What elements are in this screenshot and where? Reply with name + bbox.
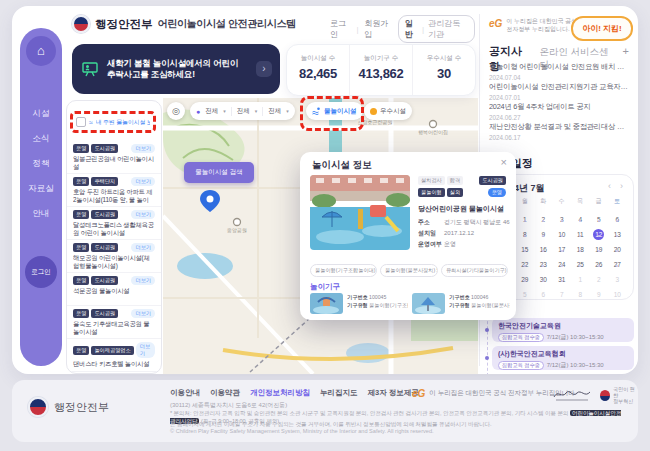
calendar-day[interactable]: 3 [553, 208, 572, 223]
calendar-day[interactable]: 31 [553, 268, 572, 283]
calendar-day[interactable]: 9 [590, 283, 609, 298]
calendar-day[interactable]: 9 [534, 223, 553, 238]
user-type-admin[interactable]: 관리감독기관 [428, 18, 468, 40]
calendar-day[interactable]: 10 [553, 223, 572, 238]
facility-name: 을숙도 기후생태교육공원 물놀이시설 [73, 320, 155, 336]
calendar-day[interactable]: 6 [534, 283, 553, 298]
signup-link[interactable]: 회원가입 [365, 18, 392, 40]
login-link[interactable]: 로그인 [330, 18, 350, 40]
calendar-day[interactable]: 26 [590, 253, 609, 268]
notice-item[interactable]: 물놀이형 어린이놀이시설 안전요원 배치 관련 안내 2024.07.04 [489, 62, 629, 81]
list-item[interactable]: 운영 도시공원 더보기 달성테크노폴리스 생활체육공원 어린이 놀이시설 [67, 207, 161, 240]
status-badge: 운영 [73, 177, 89, 186]
sidebar-item-archive[interactable]: 자료실 [20, 183, 62, 195]
calendar-prev-button[interactable]: ‹ [608, 181, 611, 191]
banner-next-button[interactable]: › [256, 61, 272, 77]
nearby-checkbox[interactable] [76, 117, 86, 127]
calendar-day[interactable]: 3 [608, 268, 627, 283]
signature-stamp-icon [552, 386, 592, 402]
status-badge: 운영 [73, 276, 89, 285]
calendar-day[interactable]: 7 [553, 283, 572, 298]
sidebar-item-news[interactable]: 소식 [20, 133, 62, 145]
alert-banner[interactable]: 새학기 봄철 놀이시설에서의 어린이 추락사고를 조심하세요! › [72, 44, 280, 94]
more-button[interactable]: 더보기 [136, 342, 155, 358]
excellent-facility-button[interactable]: 우수시설 [364, 102, 412, 120]
notice-item[interactable]: 2024년 6월 4주차 업데이트 공지 2024.06.27 [489, 102, 629, 121]
calendar-day[interactable]: 20 [608, 238, 627, 253]
calendar-day[interactable]: 8 [571, 283, 590, 298]
ministry-logo-icon [72, 15, 90, 33]
calendar-day[interactable]: 5 [516, 283, 535, 298]
more-button[interactable]: 더보기 [131, 276, 155, 285]
schedule-item[interactable]: 한국안전기술교육원 집합교육 접수중 7/12(금) 10:30~15:30 [492, 318, 634, 342]
map-filter-bar[interactable]: ● 전체 ▾ 전체 ▾ 전체 ▾ [190, 102, 295, 120]
type-pill[interactable]: 물놀이형(기구조합놀이대) 1 [310, 264, 377, 277]
notice-more-button[interactable]: + [623, 45, 629, 57]
calendar-day[interactable]: 25 [571, 253, 590, 268]
sidebar: ⌂ 시설 소식 정책 자료실 안내 로그인 [20, 28, 62, 366]
calendar-day[interactable]: 30 [534, 268, 553, 283]
more-button[interactable]: 더보기 [131, 210, 155, 219]
sidebar-item-policy[interactable]: 정책 [20, 158, 62, 170]
schedule-item[interactable]: (사)한국안전교육협회 집합교육 접수중 7/12(금) 10:30~15:30 [492, 346, 634, 370]
home-button[interactable]: ⌂ [26, 36, 56, 66]
filter-status[interactable]: 전체 [237, 107, 250, 116]
calendar-day[interactable]: 13 [608, 223, 627, 238]
calendar-day[interactable]: 11 [571, 223, 590, 238]
filter-type[interactable]: 전체 [268, 107, 281, 116]
list-item[interactable]: 운영 도시공원 더보기 을숙도 기후생태교육공원 물놀이시설 [67, 306, 161, 339]
calendar-day[interactable]: 1 [571, 268, 590, 283]
calendar-day[interactable]: 18 [571, 238, 590, 253]
close-icon[interactable]: × [501, 156, 507, 168]
calendar-day[interactable]: 10 [608, 283, 627, 298]
footer-link-terms[interactable]: 이용약관 [210, 388, 240, 398]
calendar-day[interactable]: 4 [571, 208, 590, 223]
filter-region[interactable]: 전체 [205, 107, 218, 116]
more-button[interactable]: 더보기 [131, 309, 155, 318]
list-item[interactable]: 운영 놀이제공영업소 더보기 댄버스타 키즈호텔 놀이시설 [67, 339, 161, 372]
more-button[interactable]: 더보기 [131, 144, 155, 153]
sidebar-item-facility[interactable]: 시설 [20, 108, 62, 120]
list-item[interactable]: 운영 도시공원 더보기 일봉근린공원내 어린이놀이시설 [67, 141, 161, 174]
user-type-switch[interactable]: 일반 | 관리감독기관 [398, 15, 475, 43]
user-type-general[interactable]: 일반 [405, 18, 418, 40]
list-item[interactable]: 운영 도시공원 더보기 석문공원 물놀이시설 [67, 273, 161, 306]
calendar-day[interactable]: 2 [534, 208, 553, 223]
list-item[interactable]: 운영 도시공원 더보기 해모공원 어린이놀이시설(체험형물놀이시설) [67, 240, 161, 273]
type-pill[interactable]: 물놀이형(물분사장치) 5 [380, 264, 438, 277]
calendar-day[interactable]: 5 [590, 208, 609, 223]
type-pill[interactable]: 유희시설(기타물놀이기구) 1 [441, 264, 508, 277]
footer-link-guide[interactable]: 이용안내 [170, 388, 200, 398]
notice-item[interactable]: 재난안전상황 분석결과 및 중점관리대상 재난안전사고 알림(2.. 2024.… [489, 122, 629, 141]
more-button[interactable]: 더보기 [131, 243, 155, 252]
stat-label: 놀이시설 수 [287, 54, 349, 63]
status-badge: 운영 [73, 210, 89, 219]
calendar-day[interactable]: 15 [516, 238, 535, 253]
calendar-day[interactable]: 2 [590, 268, 609, 283]
calendar-day[interactable]: 24 [553, 253, 572, 268]
calendar-day[interactable]: 19 [590, 238, 609, 253]
calendar-day[interactable]: 23 [534, 253, 553, 268]
mascot-badge[interactable]: 아이! 지킴! [571, 16, 633, 41]
header-logo[interactable]: 행정안전부 어린이놀이시설 안전관리시스템 [72, 15, 296, 33]
calendar-day[interactable]: 12 [590, 223, 609, 238]
nearby-checkbox-label[interactable]: 내 주변 물놀이시설 보기 [96, 118, 150, 127]
map-tooltip[interactable]: 물놀이시설 검색 [184, 162, 254, 183]
notice-item[interactable]: 어린이놀이시설 안전관리지원기관 교육자료 자체 점검결과 외.. 2024.0… [489, 82, 629, 101]
sidebar-item-guide[interactable]: 안내 [20, 208, 62, 220]
footer-link-privacy[interactable]: 개인정보처리방침 [250, 388, 310, 398]
calendar-day[interactable]: 16 [534, 238, 553, 253]
calendar-day[interactable]: 6 [608, 208, 627, 223]
calendar-day[interactable]: 29 [516, 268, 535, 283]
calendar-day[interactable]: 22 [516, 253, 535, 268]
footer-link-sitemap[interactable]: 누리집지도 [320, 388, 358, 398]
locate-me-button[interactable]: ◎ [167, 102, 185, 120]
calendar-day[interactable]: 1 [516, 208, 535, 223]
calendar-day[interactable]: 27 [608, 253, 627, 268]
calendar-day[interactable]: 8 [516, 223, 535, 238]
list-item[interactable]: 운영 주택단지 더보기 호암 두진 하트리움 아파트 제2놀이시설(110동 앞… [67, 174, 161, 207]
calendar-day[interactable]: 17 [553, 238, 572, 253]
calendar-next-button[interactable]: › [620, 181, 623, 191]
more-button[interactable]: 더보기 [131, 177, 155, 186]
sidebar-login-button[interactable]: 로그인 [25, 256, 57, 288]
